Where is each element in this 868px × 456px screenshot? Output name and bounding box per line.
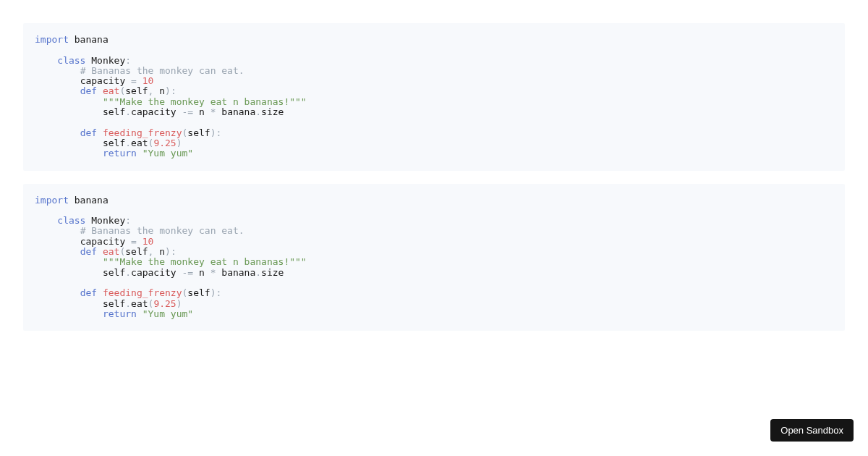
code-block-1: import banana class Monkey: # Bananas th… [23, 23, 845, 171]
page-content: import banana class Monkey: # Bananas th… [0, 0, 868, 367]
code-block-2: import banana class Monkey: # Bananas th… [23, 184, 845, 332]
open-sandbox-button[interactable]: Open Sandbox [770, 419, 854, 442]
